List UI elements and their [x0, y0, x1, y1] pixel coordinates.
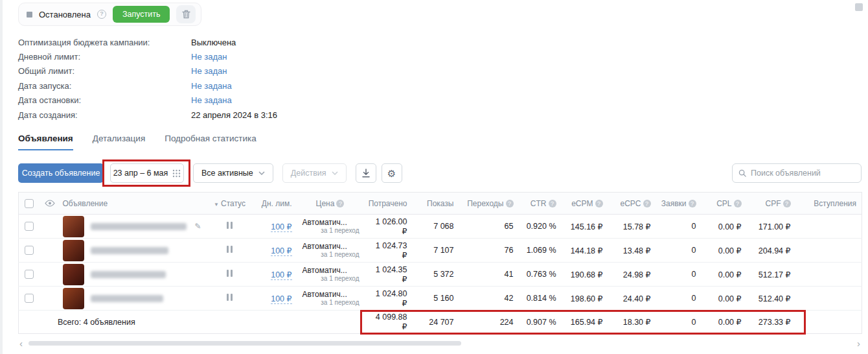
cell-cpl: 0.00 ₽	[702, 239, 747, 263]
edit-icon[interactable]: ✎	[194, 222, 201, 231]
trash-icon	[182, 10, 190, 19]
ad-row[interactable]: 100 ₽ Автоматич... за 1 переход 1 024.73…	[19, 239, 862, 263]
ad-thumbnail[interactable]	[63, 288, 84, 309]
ad-thumbnail[interactable]	[63, 216, 84, 237]
col-header-price[interactable]: Цена	[297, 193, 363, 215]
ad-row[interactable]: 100 ₽ Автоматич... за 1 переход 1 024.35…	[19, 263, 862, 287]
col-header-ecpm[interactable]: eCPM	[562, 193, 608, 215]
help-icon[interactable]	[689, 200, 696, 207]
ad-row[interactable]: 100 ₽ Автоматич... за 1 переход 1 024.80…	[19, 287, 862, 311]
cell-cpl: 0.00 ₽	[702, 263, 747, 287]
visibility-eye-icon[interactable]	[45, 200, 55, 207]
gear-icon: ⚙	[387, 169, 396, 178]
help-icon[interactable]	[783, 200, 791, 207]
status-filter-label: Все активные	[201, 169, 253, 178]
cell-clicks: 42	[459, 287, 519, 311]
ad-thumbnail[interactable]	[63, 240, 84, 261]
col-header-joins[interactable]: Вступления	[796, 193, 862, 215]
cell-ecpc: 24.40 ₽	[608, 287, 656, 311]
day-limit-link[interactable]: 100 ₽	[271, 222, 291, 232]
totals-cpf: 273.33 ₽	[747, 311, 796, 334]
start-date-link[interactable]: Не задана	[191, 81, 232, 91]
help-icon[interactable]	[734, 200, 742, 207]
col-header-day-limit[interactable]: Дн. лим.	[253, 193, 297, 215]
scroll-left-arrow[interactable]: ‹	[19, 338, 23, 348]
info-row-budget-optimization: Оптимизация бюджета кампании: Выключена	[18, 35, 277, 49]
info-value: 22 апреля 2024 в 3:16	[191, 110, 277, 120]
row-checkbox[interactable]	[25, 294, 34, 303]
tab-ads[interactable]: Объявления	[18, 134, 73, 150]
cell-joins	[796, 239, 862, 263]
help-icon[interactable]	[643, 200, 651, 207]
price-type: Автоматич...	[303, 266, 358, 275]
info-label: Общий лимит:	[18, 66, 191, 76]
ad-title-redacted[interactable]	[91, 247, 168, 254]
status-help-icon[interactable]	[97, 10, 106, 19]
cell-impressions: 7 107	[413, 239, 459, 263]
tab-detalization[interactable]: Детализация	[93, 134, 145, 150]
info-row-total-limit: Общий лимит: Не задан	[18, 64, 277, 78]
help-icon[interactable]	[336, 200, 344, 207]
col-header-leads-label: Заявки	[661, 199, 687, 208]
col-header-cpf[interactable]: CPF	[747, 193, 796, 215]
actions-dropdown[interactable]: Действия	[282, 163, 347, 183]
price-unit: за 1 переход	[303, 275, 360, 283]
day-limit-link[interactable]: 100 ₽	[271, 246, 291, 256]
col-header-ad[interactable]: Объявление	[58, 193, 207, 215]
col-header-impressions[interactable]: Показы	[413, 193, 459, 215]
search-input[interactable]	[751, 169, 855, 178]
delete-button[interactable]	[176, 5, 196, 23]
help-icon[interactable]	[595, 200, 603, 207]
col-header-ctr[interactable]: CTR	[519, 193, 562, 215]
horizontal-scrollbar[interactable]: ‹ ›	[18, 338, 862, 349]
help-icon[interactable]	[549, 200, 556, 207]
col-header-spent[interactable]: Потрачено	[363, 193, 413, 215]
col-header-cpl-label: CPL	[716, 199, 731, 208]
day-limit-link[interactable]: 100 ₽	[271, 270, 291, 280]
ad-title-redacted[interactable]	[91, 295, 163, 302]
col-header-clicks[interactable]: Переходы	[459, 193, 519, 215]
cell-clicks: 65	[459, 215, 519, 239]
stop-date-link[interactable]: Не задана	[191, 95, 232, 105]
col-header-leads[interactable]: Заявки	[656, 193, 702, 215]
cell-cpl: 0.00 ₽	[702, 215, 747, 239]
totals-ctr: 0.907 %	[519, 311, 562, 334]
col-header-status[interactable]: ▼Статус	[207, 193, 253, 215]
settings-button[interactable]: ⚙	[382, 163, 402, 183]
ad-thumbnail[interactable]	[63, 264, 84, 285]
cell-impressions: 5 160	[413, 287, 459, 311]
pause-status-icon	[227, 294, 233, 301]
launch-button[interactable]: Запустить	[113, 6, 170, 23]
create-ad-button[interactable]: Создать объявление	[18, 163, 104, 183]
price-unit: за 1 переход	[303, 227, 360, 235]
cell-cpf: 512.40 ₽	[747, 287, 796, 311]
ad-row[interactable]: ✎ 100 ₽ Автоматич... за 1 переход 1 026.…	[19, 215, 862, 239]
tab-detailed-statistics[interactable]: Подробная статистика	[165, 134, 256, 150]
ad-title-redacted[interactable]	[91, 223, 187, 230]
help-icon[interactable]	[506, 200, 514, 207]
total-limit-link[interactable]: Не задан	[191, 66, 227, 76]
scroll-right-arrow[interactable]: ›	[857, 338, 860, 348]
totals-joins	[796, 311, 862, 334]
cell-spent: 1 024.73 ₽	[363, 239, 413, 263]
corner-icon[interactable]	[855, 3, 863, 11]
row-checkbox[interactable]	[25, 222, 34, 231]
search-box[interactable]	[732, 163, 862, 183]
daily-limit-link[interactable]: Не задан	[191, 52, 227, 62]
ad-title-redacted[interactable]	[91, 271, 166, 278]
col-header-cpl[interactable]: CPL	[702, 193, 747, 215]
ads-table-wrap: Объявление ▼Статус Дн. лим. Цена Потраче…	[18, 192, 862, 334]
cell-cpf: 512.17 ₽	[747, 263, 796, 287]
export-button[interactable]	[356, 163, 376, 183]
row-checkbox[interactable]	[25, 246, 34, 255]
date-range-picker[interactable]: 23 апр – 6 мая	[110, 163, 184, 183]
row-checkbox[interactable]	[25, 270, 34, 279]
select-all-checkbox[interactable]	[25, 199, 34, 208]
status-filter-dropdown[interactable]: Все активные	[193, 163, 273, 183]
cell-spent: 1 026.00 ₽	[363, 215, 413, 239]
info-value: Выключена	[191, 38, 236, 47]
day-limit-link[interactable]: 100 ₽	[271, 294, 291, 304]
totals-label: Всего: 4 объявления	[19, 311, 363, 334]
scrollbar-thumb[interactable]	[29, 341, 461, 346]
col-header-ecpc[interactable]: eCPC	[608, 193, 656, 215]
